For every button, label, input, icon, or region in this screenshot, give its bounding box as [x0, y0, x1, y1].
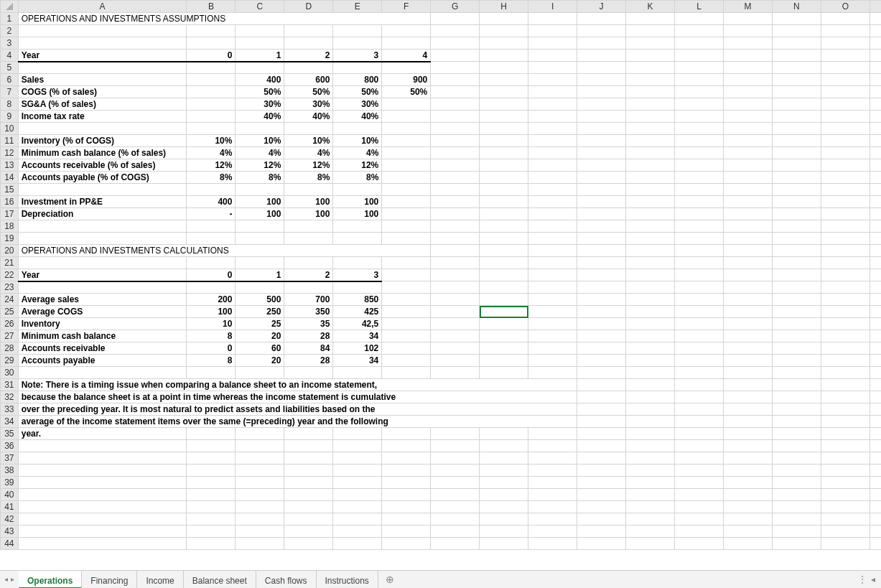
cell-H9[interactable]	[480, 111, 528, 123]
cell-D40[interactable]	[284, 489, 333, 501]
cell-L24[interactable]	[675, 294, 724, 306]
cell-J41[interactable]	[577, 501, 626, 513]
cell-N34[interactable]	[772, 416, 821, 428]
cell-G7[interactable]	[431, 86, 480, 98]
cell-M38[interactable]	[723, 465, 772, 477]
cell-F22[interactable]	[382, 269, 431, 281]
row-header-3[interactable]: 3	[1, 37, 19, 50]
cell-E17[interactable]: 100	[333, 208, 382, 220]
cell-N44[interactable]	[772, 538, 821, 550]
cell-I43[interactable]	[528, 526, 577, 538]
cell-D25[interactable]: 350	[284, 306, 333, 318]
cell-O19[interactable]	[821, 233, 870, 245]
cell-P2[interactable]	[870, 25, 881, 37]
cell-P10[interactable]	[870, 123, 881, 135]
cell-O12[interactable]	[821, 147, 870, 159]
cell-K42[interactable]	[626, 513, 675, 526]
cell-K29[interactable]	[626, 355, 675, 367]
cell-N37[interactable]	[772, 452, 821, 465]
cell-L21[interactable]	[675, 257, 724, 269]
cell-C5[interactable]	[236, 62, 284, 74]
cell-K30[interactable]	[626, 367, 675, 379]
cell-A8[interactable]: SG&A (% of sales)	[18, 98, 187, 111]
cell-O41[interactable]	[821, 501, 870, 513]
cell-I23[interactable]	[528, 281, 577, 294]
cell-D7[interactable]: 50%	[284, 86, 333, 98]
cell-M30[interactable]	[723, 367, 772, 379]
cell-N31[interactable]	[772, 379, 821, 391]
cell-C37[interactable]	[236, 452, 284, 465]
cell-P12[interactable]	[870, 147, 881, 159]
cell-K14[interactable]	[626, 172, 675, 184]
cell-F6[interactable]: 900	[382, 74, 431, 86]
row-header-1[interactable]: 1	[1, 13, 19, 25]
cell-J43[interactable]	[577, 526, 626, 538]
cell-H37[interactable]	[480, 452, 528, 465]
cell-M29[interactable]	[723, 355, 772, 367]
cell-A18[interactable]	[18, 220, 187, 233]
cell-D2[interactable]	[284, 25, 333, 37]
cell-L7[interactable]	[675, 86, 724, 98]
cell-L39[interactable]	[675, 477, 724, 489]
cell-F37[interactable]	[382, 452, 431, 465]
cell-D16[interactable]: 100	[284, 196, 333, 208]
column-header-F[interactable]: F	[382, 1, 431, 13]
cell-I38[interactable]	[528, 465, 577, 477]
cell-P16[interactable]	[870, 196, 881, 208]
cell-C41[interactable]	[236, 501, 284, 513]
cell-H29[interactable]	[480, 355, 528, 367]
cell-J32[interactable]	[577, 391, 626, 403]
cell-A35[interactable]: year.	[18, 428, 187, 440]
cell-B5[interactable]	[187, 62, 236, 74]
cell-A36[interactable]	[18, 440, 187, 452]
cell-P34[interactable]	[870, 416, 881, 428]
cell-G9[interactable]	[431, 111, 480, 123]
cell-N36[interactable]	[772, 440, 821, 452]
cell-O39[interactable]	[821, 477, 870, 489]
cell-K19[interactable]	[626, 233, 675, 245]
cell-C15[interactable]	[236, 184, 284, 196]
cell-I14[interactable]	[528, 172, 577, 184]
tab-nav-first-icon[interactable]: ◂	[4, 576, 8, 583]
cell-A37[interactable]	[18, 452, 187, 465]
cell-P8[interactable]	[870, 98, 881, 111]
cell-F8[interactable]	[382, 98, 431, 111]
cell-P29[interactable]	[870, 355, 881, 367]
cell-A41[interactable]	[18, 501, 187, 513]
cell-G37[interactable]	[431, 452, 480, 465]
tab-nav-next-icon[interactable]: ▸	[11, 576, 14, 583]
cell-K35[interactable]	[626, 428, 675, 440]
cell-C9[interactable]: 40%	[236, 111, 284, 123]
cell-F38[interactable]	[382, 465, 431, 477]
cell-A1[interactable]: OPERATIONS AND INVESTMENTS ASSUMPTIONS	[18, 13, 431, 25]
cell-J11[interactable]	[577, 135, 626, 147]
cell-H12[interactable]	[480, 147, 528, 159]
cell-A17[interactable]: Depreciation	[18, 208, 187, 220]
cell-B30[interactable]	[187, 367, 236, 379]
cell-H7[interactable]	[480, 86, 528, 98]
cell-J7[interactable]	[577, 86, 626, 98]
cell-N13[interactable]	[772, 159, 821, 172]
cell-A6[interactable]: Sales	[18, 74, 187, 86]
row-header-27[interactable]: 27	[1, 330, 19, 342]
cell-P3[interactable]	[870, 37, 881, 50]
cell-J40[interactable]	[577, 489, 626, 501]
cell-H28[interactable]	[480, 342, 528, 355]
cell-O30[interactable]	[821, 367, 870, 379]
cell-O42[interactable]	[821, 513, 870, 526]
row-header-37[interactable]: 37	[1, 452, 19, 465]
cell-E6[interactable]: 800	[333, 74, 382, 86]
cell-L11[interactable]	[675, 135, 724, 147]
cell-M13[interactable]	[723, 159, 772, 172]
cell-I30[interactable]	[528, 367, 577, 379]
cell-A2[interactable]	[18, 25, 187, 37]
cell-M6[interactable]	[723, 74, 772, 86]
cell-C23[interactable]	[236, 281, 284, 294]
cell-A9[interactable]: Income tax rate	[18, 111, 187, 123]
cell-K37[interactable]	[626, 452, 675, 465]
cell-A40[interactable]	[18, 489, 187, 501]
cell-P36[interactable]	[870, 440, 881, 452]
cell-J44[interactable]	[577, 538, 626, 550]
cell-A30[interactable]	[18, 367, 187, 379]
cell-M25[interactable]	[723, 306, 772, 318]
